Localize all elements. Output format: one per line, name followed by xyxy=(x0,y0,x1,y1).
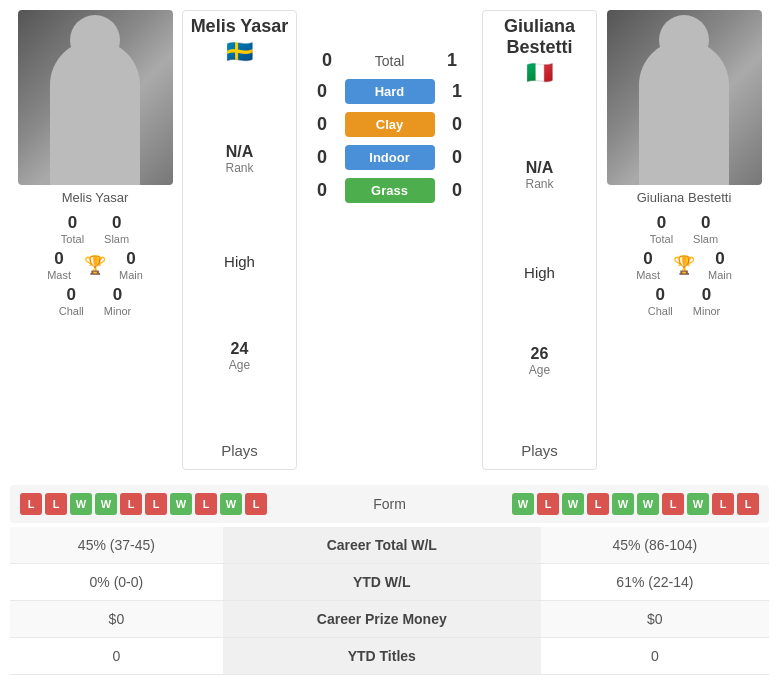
player2-mast-stat: 0 Mast xyxy=(636,249,660,281)
form-badge: L xyxy=(20,493,42,515)
form-badge: L xyxy=(662,493,684,515)
p2-total-score: 1 xyxy=(440,50,465,71)
player1-main-stat: 0 Main xyxy=(119,249,143,281)
form-badge: W xyxy=(220,493,242,515)
player1-stats: 0 Total 0 Slam 0 Mast 🏆 0 xyxy=(10,213,180,321)
player2-plays-block: Plays xyxy=(521,437,558,464)
player1-name: Melis Yasar xyxy=(62,190,129,205)
player1-main-label: Main xyxy=(119,269,143,281)
p2-grass-score: 0 xyxy=(445,180,470,201)
player2-main-stat: 0 Main xyxy=(708,249,732,281)
form-badge: L xyxy=(712,493,734,515)
player2-form-badges: WLWLWWLWLL xyxy=(430,493,760,515)
player1-main-value: 0 xyxy=(126,249,135,269)
p1-grass-score: 0 xyxy=(310,180,335,201)
form-badge: L xyxy=(245,493,267,515)
p1-stat-value: 0% (0-0) xyxy=(10,564,223,601)
player2-mast-label: Mast xyxy=(636,269,660,281)
p1-total-score: 0 xyxy=(315,50,340,71)
p1-stat-value: $0 xyxy=(10,601,223,638)
player1-stats-row2: 0 Mast 🏆 0 Main xyxy=(10,249,180,281)
player1-mast-label: Mast xyxy=(47,269,71,281)
player1-minor-label: Minor xyxy=(104,305,132,317)
player2-rank-block: N/A Rank xyxy=(525,151,553,199)
player2-main-label: Main xyxy=(708,269,732,281)
p2-clay-score: 0 xyxy=(445,114,470,135)
table-row: $0 Career Prize Money $0 xyxy=(10,601,769,638)
player2-stats-row2: 0 Mast 🏆 0 Main xyxy=(599,249,769,281)
clay-row: 0 Clay 0 xyxy=(299,112,480,137)
player1-level-block: High xyxy=(224,248,255,275)
stats-table: 45% (37-45) Career Total W/L 45% (86-104… xyxy=(10,527,769,675)
form-badge: W xyxy=(170,493,192,515)
player2-slam-stat: 0 Slam xyxy=(693,213,718,245)
form-badge: W xyxy=(95,493,117,515)
player1-trophy-icon: 🏆 xyxy=(84,254,106,276)
total-label: Total xyxy=(350,53,430,69)
player2-rank-label: Rank xyxy=(525,177,553,191)
form-badge: W xyxy=(612,493,634,515)
grass-badge: Grass xyxy=(345,178,435,203)
player1-total-label: Total xyxy=(61,233,84,245)
player2-mast-value: 0 xyxy=(643,249,652,269)
player2-flag: 🇮🇹 xyxy=(488,60,591,86)
player1-title-text: Melis Yasar xyxy=(191,16,289,37)
stat-label: YTD W/L xyxy=(223,564,541,601)
p1-clay-score: 0 xyxy=(310,114,335,135)
player2-name: Giuliana Bestetti xyxy=(637,190,732,205)
p2-hard-score: 1 xyxy=(445,81,470,102)
player2-level-label: High xyxy=(524,264,555,281)
hard-badge: Hard xyxy=(345,79,435,104)
p2-stat-value: $0 xyxy=(541,601,769,638)
player2-rank-value: N/A xyxy=(525,159,553,177)
player1-chall-label: Chall xyxy=(59,305,84,317)
form-badge: L xyxy=(587,493,609,515)
form-badge: L xyxy=(145,493,167,515)
stat-label: Career Total W/L xyxy=(223,527,541,564)
p1-stat-value: 45% (37-45) xyxy=(10,527,223,564)
player1-chall-value: 0 xyxy=(67,285,76,305)
player2-minor-label: Minor xyxy=(693,305,721,317)
p1-stat-value: 0 xyxy=(10,638,223,675)
player2-minor-value: 0 xyxy=(702,285,711,305)
player1-minor-value: 0 xyxy=(113,285,122,305)
player2-chall-value: 0 xyxy=(656,285,665,305)
player2-chall-label: Chall xyxy=(648,305,673,317)
scores-header: 0 Total 1 xyxy=(299,15,480,71)
player2-age-label: Age xyxy=(529,363,550,377)
player2-trophy-icon: 🏆 xyxy=(673,254,695,276)
hard-row: 0 Hard 1 xyxy=(299,79,480,104)
form-section: LLWWLLWLWL Form WLWLWWLWLL xyxy=(10,485,769,523)
p1-hard-score: 0 xyxy=(310,81,335,102)
table-row: 0% (0-0) YTD W/L 61% (22-14) xyxy=(10,564,769,601)
form-badge: L xyxy=(45,493,67,515)
player1-rank-label: Rank xyxy=(225,161,253,175)
stat-label: Career Prize Money xyxy=(223,601,541,638)
player1-stats-row1: 0 Total 0 Slam xyxy=(61,213,129,245)
player2-slam-value: 0 xyxy=(701,213,710,233)
player1-mast-stat: 0 Mast xyxy=(47,249,71,281)
p2-stat-value: 61% (22-14) xyxy=(541,564,769,601)
player2-chall-stat: 0 Chall xyxy=(648,285,673,317)
player1-silhouette xyxy=(50,40,140,185)
player1-photo xyxy=(18,10,173,185)
player1-slam-value: 0 xyxy=(112,213,121,233)
form-badge: W xyxy=(512,493,534,515)
grass-row: 0 Grass 0 xyxy=(299,178,480,203)
player1-level-label: High xyxy=(224,253,255,270)
player2-age-value: 26 xyxy=(529,345,550,363)
player2-stats: 0 Total 0 Slam 0 Mast 🏆 0 xyxy=(599,213,769,321)
indoor-row: 0 Indoor 0 xyxy=(299,145,480,170)
main-container: Melis Yasar 0 Total 0 Slam 0 Mast xyxy=(0,0,779,685)
player1-age-label: Age xyxy=(229,358,250,372)
p2-indoor-score: 0 xyxy=(445,147,470,168)
player2-silhouette xyxy=(639,40,729,185)
player2-plays-label: Plays xyxy=(521,442,558,459)
player1-mast-value: 0 xyxy=(54,249,63,269)
player2-stats-row1: 0 Total 0 Slam xyxy=(650,213,718,245)
form-badge: L xyxy=(195,493,217,515)
player1-plays-block: Plays xyxy=(221,437,258,464)
player1-rank-value: N/A xyxy=(225,143,253,161)
player2-card: Giuliana Bestetti 0 Total 0 Slam 0 Mast xyxy=(599,10,769,321)
form-badge: L xyxy=(537,493,559,515)
